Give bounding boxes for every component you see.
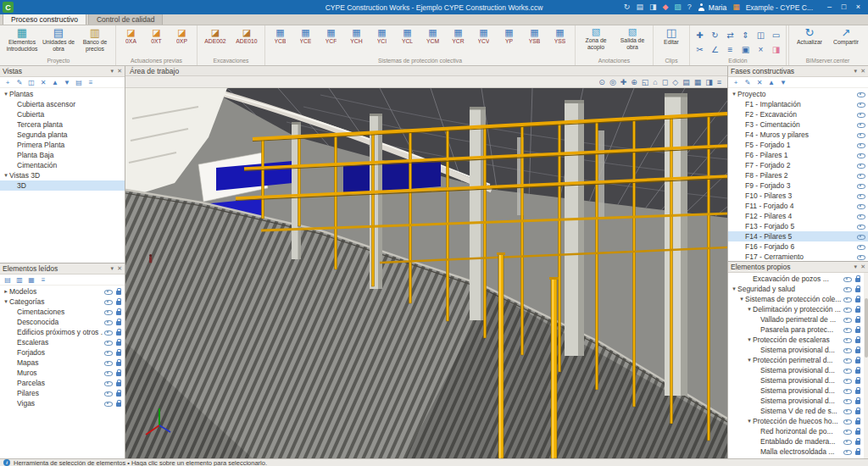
flat-view-icon[interactable]: ▥ [14, 276, 25, 284]
eye-icon[interactable] [843, 286, 852, 293]
lock-icon[interactable] [854, 386, 861, 395]
scrollbar[interactable] [864, 273, 868, 458]
eye-icon[interactable] [857, 192, 865, 200]
offset-icon[interactable]: ▭ [769, 28, 783, 42]
tree-item[interactable]: Pilares [0, 388, 125, 398]
app-logo-icon[interactable]: C [3, 2, 14, 13]
close-icon[interactable]: ✕ [117, 265, 122, 272]
tree-item[interactable]: Cimentaciones [0, 307, 125, 317]
eye-icon[interactable] [104, 380, 113, 387]
tree-item[interactable]: F8 - Pilares 2 [728, 170, 868, 180]
move-up-icon[interactable]: ▲ [766, 79, 776, 86]
eye-icon[interactable] [857, 111, 865, 119]
tree-view-icon[interactable]: ▤ [3, 276, 13, 284]
move-down-icon[interactable]: ▼ [778, 79, 788, 86]
eye-icon[interactable] [104, 298, 113, 306]
lock-icon[interactable] [854, 275, 861, 283]
eye-icon[interactable] [104, 339, 113, 347]
layers-icon[interactable]: ▤ [74, 79, 84, 86]
close-icon[interactable]: ✕ [860, 68, 865, 75]
ycb-button[interactable]: ▦ YCB [268, 26, 292, 45]
eye-icon[interactable] [843, 316, 852, 324]
tree-item[interactable]: Sistema V de red de s... [728, 406, 864, 416]
lock-icon[interactable] [854, 447, 861, 456]
tab-proceso-constructivo[interactable]: Proceso constructivo [3, 14, 86, 25]
mirror-icon[interactable]: ⇄ [723, 28, 737, 42]
eye-icon[interactable] [104, 359, 113, 367]
lock-icon[interactable] [854, 366, 861, 374]
sync-icon[interactable]: ↻ [624, 0, 631, 14]
ych-button[interactable]: ▦ YCH [344, 26, 369, 45]
yci-button[interactable]: ▦ YCI [370, 26, 394, 45]
rotate-icon[interactable]: ↻ [708, 28, 722, 42]
lock-icon[interactable] [854, 417, 861, 425]
trim-icon[interactable]: ✂ [693, 42, 707, 56]
filter-icon[interactable]: ≡ [38, 276, 48, 284]
scrollbar-thumb[interactable] [865, 298, 868, 358]
tree-item[interactable]: Mapas [0, 358, 125, 368]
grid-view-icon[interactable]: ▦ [26, 276, 36, 284]
eye-icon[interactable] [843, 306, 852, 313]
lock-icon[interactable] [854, 295, 861, 303]
tree-item[interactable]: Cimentación [0, 160, 125, 170]
eye-icon[interactable] [857, 121, 865, 129]
compartir-button[interactable]: ↗ Compartir [828, 26, 864, 53]
lock-icon[interactable] [115, 318, 122, 326]
eye-icon[interactable] [104, 349, 113, 357]
group-icon[interactable]: ▣ [738, 42, 753, 56]
eye-icon[interactable] [857, 253, 865, 261]
lock-icon[interactable] [115, 297, 122, 306]
ade010-button[interactable]: ◪ ADE010 [231, 26, 262, 45]
group-categorias[interactable]: Categorías [0, 297, 125, 307]
3d-viewport[interactable] [125, 88, 727, 458]
tree-item[interactable]: Desconocida [0, 317, 125, 327]
copy-icon[interactable]: ◫ [754, 28, 768, 42]
tree-item[interactable]: F17 - Cerramiento [728, 252, 868, 261]
tree-item[interactable]: Parcelas [0, 378, 125, 388]
eye-icon[interactable] [857, 243, 865, 251]
delete-view-icon[interactable]: ✕ [38, 79, 48, 86]
tree-item[interactable]: Sistema provisional d... [728, 375, 864, 386]
add-fase-icon[interactable]: + [731, 79, 741, 86]
home-view-icon[interactable]: ⌂ [653, 78, 657, 86]
eye-icon[interactable] [843, 296, 852, 303]
tree-item[interactable]: Entablado de madera... [728, 457, 864, 458]
print-icon[interactable]: ▤ [636, 0, 643, 14]
ycl-button[interactable]: ▦ YCL [395, 26, 420, 45]
measure-icon[interactable]: ≡ [723, 42, 737, 56]
chevron-down-icon[interactable]: ▾ [111, 265, 114, 272]
yp-button[interactable]: ▦ YP [497, 26, 521, 45]
eye-icon[interactable] [843, 367, 852, 374]
capture-icon[interactable]: ◨ [649, 0, 657, 14]
lock-icon[interactable] [854, 376, 861, 385]
help-icon[interactable]: ? [687, 0, 692, 14]
lock-icon[interactable] [115, 308, 122, 316]
add-view-icon[interactable]: + [3, 79, 13, 86]
eye-icon[interactable] [104, 390, 113, 397]
lock-icon[interactable] [854, 427, 861, 435]
ycv-button[interactable]: ▦ YCV [471, 26, 496, 45]
group-plantas[interactable]: Plantas [0, 89, 125, 99]
lock-icon[interactable] [115, 328, 122, 336]
angle-icon[interactable]: ∠ [708, 42, 722, 56]
chevron-down-icon[interactable]: ▾ [854, 264, 858, 270]
ysb-button[interactable]: ▦ YSB [522, 26, 547, 45]
group-vistas-3d[interactable]: Vistas 3D [0, 170, 125, 180]
eraser-icon[interactable]: ◨ [769, 42, 783, 56]
ycf-button[interactable]: ▦ YCF [319, 26, 343, 45]
tab-control-de-calidad[interactable]: Control de calidad [88, 14, 164, 25]
tree-item[interactable]: Sistema provisional d... [728, 365, 864, 375]
0xa-button[interactable]: ◪ 0XA [119, 26, 143, 45]
banco-de-precios-button[interactable]: ▥ Banco de precios [77, 26, 113, 53]
palette-icon[interactable]: ▨ [674, 0, 682, 14]
eye-icon[interactable] [857, 202, 865, 210]
lock-icon[interactable] [115, 348, 122, 357]
tree-item[interactable]: Protección de escaleras [728, 335, 864, 345]
eye-icon[interactable] [843, 418, 852, 425]
eye-icon[interactable] [843, 275, 852, 283]
tree-item[interactable]: Excavación de pozos ... [728, 274, 864, 284]
eye-icon[interactable] [104, 369, 113, 377]
lock-icon[interactable] [854, 325, 861, 334]
list-icon[interactable]: ≡ [86, 79, 96, 86]
tree-item[interactable]: Primera Planta [0, 140, 125, 150]
